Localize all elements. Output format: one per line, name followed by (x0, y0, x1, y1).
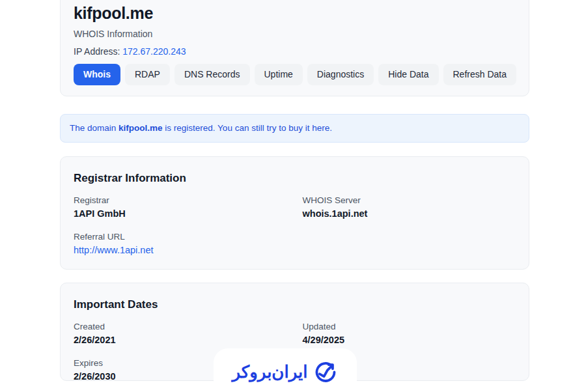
ip-address-link[interactable]: 172.67.220.243 (122, 46, 186, 57)
registrar-value: 1API GmbH (74, 208, 287, 220)
iranbroker-brand-text: ایران‌بروکر (232, 363, 308, 380)
whois-server-value: whois.1api.net (303, 208, 516, 220)
buy-here-link[interactable]: here (312, 123, 329, 133)
registrar-card-title: Registrar Information (74, 171, 516, 185)
notice-text-prefix: The domain (70, 123, 119, 133)
updated-value: 4/29/2025 (303, 334, 516, 346)
created-value: 2/26/2021 (74, 334, 287, 346)
domain-header-card: kifpool.me WHOIS Information IP Address:… (60, 0, 529, 96)
registrar-label: Registrar (74, 195, 287, 206)
referral-url-field: Referral URL http://www.1api.net (74, 231, 287, 257)
tab-rdap[interactable]: RDAP (125, 64, 170, 85)
created-field: Created 2/26/2021 (74, 321, 287, 346)
notice-text-suffix: . (329, 123, 332, 133)
tool-tabs: Whois RDAP DNS Records Uptime Diagnostic… (74, 64, 516, 85)
iranbroker-watermark: ایران‌بروکر (214, 348, 357, 392)
dates-card-title: Important Dates (74, 298, 516, 311)
updated-field: Updated 4/29/2025 (303, 321, 516, 346)
ip-address-label: IP Address: (74, 46, 120, 57)
notice-domain: kifpool.me (119, 123, 163, 133)
page-title: kifpool.me (74, 3, 516, 23)
page-container: kifpool.me WHOIS Information IP Address:… (60, 0, 529, 381)
hide-data-button[interactable]: Hide Data (378, 64, 438, 85)
registered-notice-banner: The domain kifpool.me is registered. You… (60, 114, 529, 143)
registrar-field: Registrar 1API GmbH (74, 195, 287, 220)
referral-url-label: Referral URL (74, 231, 287, 243)
refresh-data-button[interactable]: Refresh Data (443, 64, 516, 85)
tab-whois[interactable]: Whois (74, 64, 120, 85)
ip-address-row: IP Address: 172.67.220.243 (74, 46, 516, 57)
tab-dns-records[interactable]: DNS Records (174, 64, 250, 85)
trend-circle-icon (313, 359, 338, 384)
notice-text-middle: is registered. You can still try to buy … (163, 123, 313, 133)
whois-server-field: WHOIS Server whois.1api.net (303, 195, 516, 220)
whois-server-label: WHOIS Server (303, 195, 516, 206)
created-label: Created (74, 321, 287, 333)
whois-subtitle: WHOIS Information (74, 29, 516, 40)
referral-url-link[interactable]: http://www.1api.net (74, 244, 154, 257)
tab-diagnostics[interactable]: Diagnostics (307, 64, 374, 85)
updated-label: Updated (303, 321, 516, 333)
tab-uptime[interactable]: Uptime (255, 64, 303, 85)
registrar-field-grid: Registrar 1API GmbH WHOIS Server whois.1… (74, 195, 516, 257)
registrar-information-card: Registrar Information Registrar 1API Gmb… (60, 156, 529, 270)
